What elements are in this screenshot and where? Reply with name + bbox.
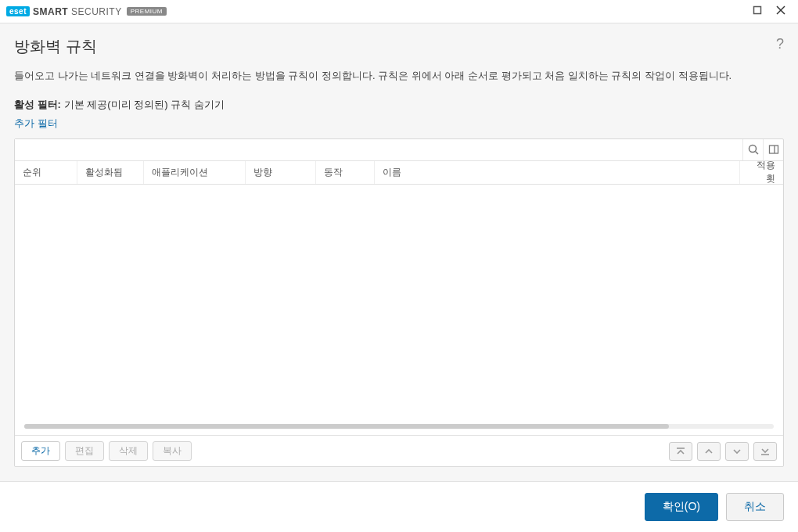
col-enabled[interactable]: 활성화됨 <box>77 161 144 184</box>
horizontal-scrollbar-thumb[interactable] <box>24 424 669 429</box>
move-up-button[interactable] <box>697 442 721 461</box>
table-actions: 추가 편집 삭제 복사 <box>15 435 783 466</box>
filter-label: 활성 필터: <box>14 99 61 110</box>
table-body[interactable] <box>15 185 783 436</box>
content-area: 방화벽 규칙 ? 들어오고 나가는 네트워크 연결을 방화벽이 처리하는 방법을… <box>0 23 798 481</box>
copy-button[interactable]: 복사 <box>153 441 192 461</box>
ok-button[interactable]: 확인(O) <box>645 493 718 521</box>
col-name[interactable]: 이름 <box>375 161 740 184</box>
help-icon[interactable]: ? <box>776 36 784 52</box>
brand: eset SMART SECURITY PREMIUM <box>6 6 167 17</box>
col-application[interactable]: 애플리케이션 <box>144 161 246 184</box>
col-hits[interactable]: 적용 횟 <box>740 161 783 184</box>
svg-point-3 <box>749 146 756 153</box>
header-row: 방화벽 규칙 ? <box>14 36 784 57</box>
brand-tier-badge: PREMIUM <box>127 7 167 16</box>
add-button[interactable]: 추가 <box>21 441 60 461</box>
filter-value: 기본 제공(미리 정의된) 규칙 숨기기 <box>64 99 225 110</box>
brand-name-right: SECURITY <box>71 6 122 17</box>
rules-table: 순위 활성화됨 애플리케이션 방향 동작 이름 적용 횟 추가 편집 삭제 복사 <box>14 138 784 468</box>
delete-button[interactable]: 삭제 <box>109 441 148 461</box>
columns-icon[interactable] <box>763 139 783 160</box>
brand-name-left: SMART <box>33 6 68 17</box>
svg-rect-5 <box>769 146 778 153</box>
add-filter-link[interactable]: 추가 필터 <box>14 117 784 131</box>
table-header: 순위 활성화됨 애플리케이션 방향 동작 이름 적용 횟 <box>15 161 783 185</box>
maximize-icon[interactable] <box>753 5 762 17</box>
active-filter-line: 활성 필터: 기본 제공(미리 정의된) 규칙 숨기기 <box>14 98 784 112</box>
window-controls <box>753 5 792 17</box>
svg-line-4 <box>755 152 758 155</box>
search-input[interactable] <box>15 139 742 160</box>
edit-button[interactable]: 편집 <box>65 441 104 461</box>
search-icon[interactable] <box>742 139 763 160</box>
dialog-footer: 확인(O) 취소 <box>0 481 798 532</box>
col-direction[interactable]: 방향 <box>246 161 316 184</box>
page-title: 방화벽 규칙 <box>14 36 776 57</box>
move-down-button[interactable] <box>725 442 749 461</box>
search-row <box>15 139 783 161</box>
move-top-button[interactable] <box>669 442 692 461</box>
col-action[interactable]: 동작 <box>316 161 375 184</box>
horizontal-scrollbar[interactable] <box>24 424 774 429</box>
page-description: 들어오고 나가는 네트워크 연결을 방화벽이 처리하는 방법을 규칙이 정의합니… <box>14 68 784 84</box>
titlebar: eset SMART SECURITY PREMIUM <box>0 0 798 23</box>
close-icon[interactable] <box>776 5 785 17</box>
brand-logo: eset <box>6 6 30 16</box>
move-bottom-button[interactable] <box>753 442 777 461</box>
cancel-button[interactable]: 취소 <box>726 493 784 521</box>
brand-product-name: SMART SECURITY <box>33 6 122 17</box>
svg-rect-0 <box>754 7 761 14</box>
col-priority[interactable]: 순위 <box>15 161 77 184</box>
